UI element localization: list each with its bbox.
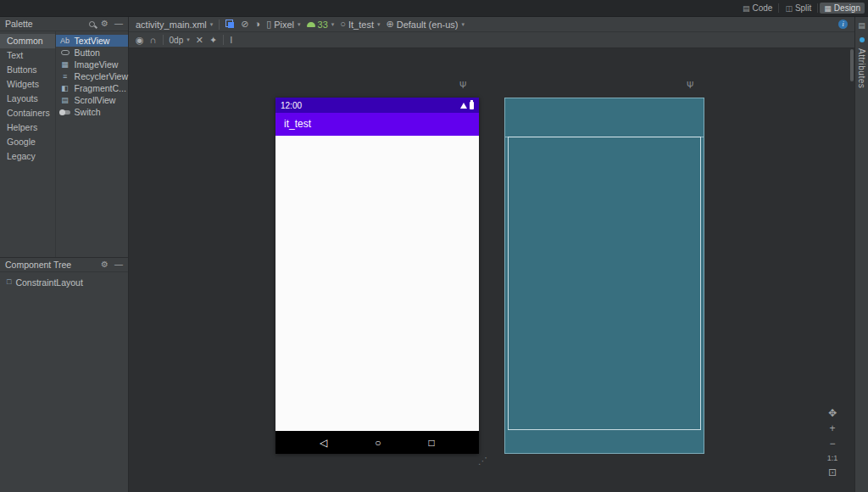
- nav-home-icon: ○: [375, 438, 381, 448]
- palette-header: Palette ⚙ —: [0, 17, 128, 31]
- component-tree-settings-icon[interactable]: ⚙: [101, 260, 108, 269]
- palette-settings-icon[interactable]: ⚙: [101, 20, 108, 28]
- textview-icon: Ab: [59, 37, 71, 45]
- zoom-ratio-button[interactable]: 1:1: [827, 454, 838, 462]
- palette-category-legacy[interactable]: Legacy: [0, 149, 55, 164]
- palette-item-label: RecyclerView: [75, 71, 128, 81]
- separator: [163, 35, 164, 45]
- device-screen-content[interactable]: [275, 136, 479, 431]
- left-panel: Palette ⚙ — Common Text Buttons Widgets …: [0, 17, 129, 492]
- zoom-out-button[interactable]: −: [829, 439, 835, 449]
- device-nav-bar: ◁ ○ □: [275, 431, 479, 454]
- app-bar-title: it_test: [275, 113, 479, 136]
- design-view-button[interactable]: ▦ Design: [820, 3, 865, 14]
- resize-handle-icon[interactable]: ⋰: [478, 456, 487, 467]
- blueprint-surface[interactable]: [504, 98, 704, 454]
- code-view-label: Code: [752, 3, 772, 13]
- design-canvas[interactable]: Ψ Ψ 12:00 it_test ◁ ○ □: [129, 48, 854, 492]
- palette-category-containers[interactable]: Containers: [0, 106, 55, 120]
- palette-item-recyclerview[interactable]: ≡ RecyclerView: [56, 70, 128, 82]
- default-margin-selector[interactable]: 0dp ▾: [170, 36, 190, 45]
- fragmentcontainerview-icon: ◧: [59, 85, 71, 92]
- issues-indicator-icon[interactable]: i: [838, 20, 848, 29]
- palette-panel: Palette ⚙ — Common Text Buttons Widgets …: [0, 17, 128, 257]
- palette-item-textview[interactable]: Ab TextView: [56, 35, 128, 47]
- separator: [817, 3, 818, 13]
- palette-item-switch[interactable]: Switch: [56, 106, 128, 118]
- design-signal-icon: Ψ: [459, 81, 466, 90]
- palette-minimize-icon[interactable]: —: [114, 20, 123, 28]
- notification-dot: [860, 37, 865, 42]
- editor-mode-switcher: ▤ Code ◫ Split ▦ Design: [738, 3, 865, 14]
- api-level: 33: [318, 20, 328, 30]
- color-variant-icon[interactable]: ◑: [254, 20, 260, 29]
- palette-category-widgets[interactable]: Widgets: [0, 77, 55, 92]
- autoconnect-magnet-icon[interactable]: ∩: [150, 36, 157, 45]
- infer-constraints-icon[interactable]: ✦: [209, 36, 217, 45]
- design-surface-icon[interactable]: [225, 20, 235, 29]
- theme-name: It_test: [348, 20, 374, 30]
- device-selector[interactable]: ▯ Pixel ▾: [266, 20, 300, 30]
- clear-constraints-icon[interactable]: ✕: [196, 36, 203, 45]
- api-level-selector[interactable]: 33 ▾: [307, 20, 335, 30]
- status-icons: [460, 102, 474, 109]
- canvas-vertical-scrollbar[interactable]: [850, 49, 854, 81]
- palette-item-label: ScrollView: [75, 95, 116, 105]
- palette-item-button[interactable]: Button: [56, 47, 128, 59]
- component-tree-header: Component Tree ⚙ —: [0, 258, 128, 272]
- file-name: activity_main.xml: [136, 20, 207, 30]
- component-tree-body: □ ConstraintLayout: [0, 272, 128, 288]
- status-time: 12:00: [281, 101, 302, 110]
- scrollview-icon: ▤: [59, 97, 71, 104]
- chevron-down-icon: ▾: [210, 21, 214, 28]
- night-mode-icon[interactable]: ⊘: [241, 20, 248, 29]
- attributes-tab[interactable]: Attributes: [857, 48, 866, 88]
- palette-category-buttons[interactable]: Buttons: [0, 63, 55, 77]
- chevron-down-icon: ▾: [377, 21, 381, 28]
- device-phone-icon: ▯: [266, 20, 271, 29]
- palette-category-common[interactable]: Common: [0, 34, 55, 48]
- panel-toggle-icon[interactable]: ▤: [858, 22, 865, 30]
- device-status-bar: 12:00: [275, 98, 479, 113]
- palette-category-layouts[interactable]: Layouts: [0, 92, 55, 106]
- palette-category-helpers[interactable]: Helpers: [0, 120, 55, 135]
- search-icon[interactable]: [89, 21, 95, 27]
- zoom-fit-button[interactable]: ⊡: [828, 467, 837, 478]
- palette-item-label: ImageView: [75, 59, 119, 70]
- blueprint-content-outline[interactable]: [508, 137, 701, 430]
- nav-back-icon: ◁: [320, 438, 327, 448]
- design-editor: activity_main.xml ▾ ⊘ ◑ ▯ Pixel ▾ 33 ▾ ○…: [129, 17, 854, 492]
- code-view-button[interactable]: ▤ Code: [738, 3, 776, 14]
- palette-item-scrollview[interactable]: ▤ ScrollView: [56, 94, 128, 106]
- chevron-down-icon: ▾: [331, 21, 335, 28]
- zoom-in-button[interactable]: +: [829, 423, 835, 433]
- pan-icon[interactable]: ✥: [828, 408, 837, 418]
- design-toolbar-top: activity_main.xml ▾ ⊘ ◑ ▯ Pixel ▾ 33 ▾ ○…: [129, 17, 854, 32]
- component-tree-panel: Component Tree ⚙ — □ ConstraintLayout: [0, 257, 128, 492]
- component-tree-minimize-icon[interactable]: —: [114, 260, 123, 269]
- split-view-button[interactable]: ◫ Split: [781, 3, 815, 14]
- component-tree-item-constraintlayout[interactable]: □ ConstraintLayout: [0, 276, 128, 288]
- component-tree-item-label: ConstraintLayout: [15, 277, 82, 288]
- theme-selector[interactable]: ○ It_test ▾: [340, 20, 380, 30]
- constraintlayout-icon: □: [7, 278, 11, 286]
- battery-icon: [470, 102, 474, 109]
- palette-category-google[interactable]: Google: [0, 135, 55, 149]
- code-view-icon: ▤: [743, 4, 750, 13]
- android-studio-layout-editor: ▤ Code ◫ Split ▦ Design Palette ⚙ —: [0, 0, 868, 492]
- split-view-label: Split: [795, 3, 811, 13]
- blueprint-signal-icon: Ψ: [687, 81, 693, 90]
- pack-align-icon[interactable]: I: [230, 36, 232, 45]
- locale-icon: ⊕: [386, 20, 393, 29]
- locale-selector[interactable]: ⊕ Default (en-us) ▾: [386, 20, 465, 30]
- recyclerview-icon: ≡: [59, 73, 71, 81]
- palette-item-fragmentcontainerview[interactable]: ◧ FragmentC...: [56, 82, 128, 94]
- info-icon: i: [842, 20, 843, 28]
- palette-category-text[interactable]: Text: [0, 48, 55, 63]
- chevron-down-icon: ▾: [298, 21, 301, 28]
- palette-item-imageview[interactable]: ▦ ImageView: [56, 59, 128, 70]
- file-selector[interactable]: activity_main.xml ▾: [136, 20, 213, 30]
- button-icon: [61, 50, 70, 55]
- design-surface[interactable]: 12:00 it_test ◁ ○ □: [275, 98, 479, 454]
- view-options-eye-icon[interactable]: ◉: [136, 36, 144, 45]
